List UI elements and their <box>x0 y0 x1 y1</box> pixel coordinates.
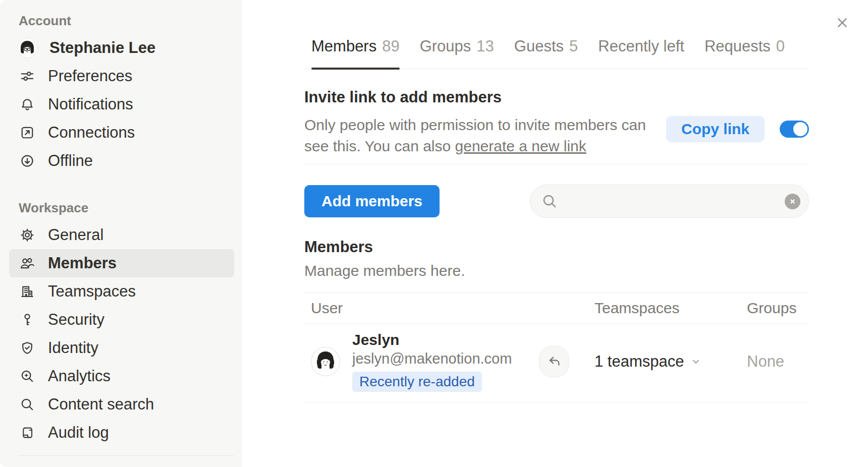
building-icon <box>19 283 36 300</box>
toggle-knob <box>793 122 807 136</box>
tab-label: Groups <box>420 37 471 55</box>
clear-x-icon <box>789 198 796 205</box>
user-avatar <box>17 38 37 58</box>
sidebar-item-identity[interactable]: Identity <box>9 334 234 362</box>
members-heading: Members <box>304 238 809 256</box>
sidebar-item-label: Offline <box>48 152 93 170</box>
members-icon <box>19 255 36 272</box>
sidebar-item-offline[interactable]: Offline <box>9 147 234 175</box>
members-settings-panel: Members 89 Groups 13 Guests 5 Recently l… <box>242 0 868 467</box>
key-icon <box>19 311 36 328</box>
tab-members[interactable]: Members 89 <box>311 37 400 69</box>
invite-link-text: Invite link to add members Only people w… <box>304 88 653 157</box>
undo-icon <box>547 354 562 369</box>
column-header-teamspaces: Teamspaces <box>588 300 740 317</box>
sidebar-item-audit-log[interactable]: Audit log <box>9 419 234 447</box>
invite-link-controls: Copy link <box>666 101 809 157</box>
shield-check-icon <box>19 339 36 357</box>
member-email: jeslyn@makenotion.com <box>352 351 512 367</box>
download-circle-icon <box>19 152 36 169</box>
column-header-groups: Groups <box>740 300 809 317</box>
sidebar-item-label: Connections <box>48 124 135 142</box>
sidebar-item-security[interactable]: Security <box>9 306 234 334</box>
settings-sidebar: Account Stephanie Lee <box>0 0 242 467</box>
sidebar-item-label: Notifications <box>48 95 133 113</box>
generate-new-link[interactable]: generate a new link <box>455 138 586 154</box>
tab-label: Recently left <box>598 37 684 55</box>
chevron-down-icon <box>690 356 701 367</box>
table-row: Jeslyn jeslyn@makenotion.com Recently re… <box>304 324 809 402</box>
sliders-icon <box>19 68 36 85</box>
tab-requests[interactable]: Requests 0 <box>704 37 785 69</box>
groups-value: None <box>740 353 809 371</box>
sidebar-item-label: Preferences <box>48 67 132 85</box>
tab-label: Guests <box>514 37 564 55</box>
add-members-button[interactable]: Add members <box>304 185 440 217</box>
tab-count: 5 <box>569 37 578 55</box>
search-icon <box>541 193 558 209</box>
members-table-header: User Teamspaces Groups <box>304 293 809 324</box>
bell-icon <box>19 96 36 113</box>
sidebar-item-label: Audit log <box>48 424 109 442</box>
members-table: User Teamspaces Groups <box>304 293 809 402</box>
sidebar-item-content-search[interactable]: Content search <box>9 390 234 419</box>
column-header-user: User <box>304 300 588 317</box>
member-info: Jeslyn jeslyn@makenotion.com Recently re… <box>352 331 512 392</box>
tab-count: 13 <box>476 37 494 55</box>
invite-link-title: Invite link to add members <box>304 88 653 106</box>
tab-label: Requests <box>704 37 771 55</box>
sidebar-item-label: Members <box>48 254 117 272</box>
members-content: Members 89 Groups 13 Guests 5 Recently l… <box>304 37 809 402</box>
invite-description-line2: see this. You can also <box>304 138 455 154</box>
invite-link-description: Only people with permission to invite me… <box>304 114 653 157</box>
settings-dialog: Account Stephanie Lee <box>0 0 868 467</box>
sidebar-item-label: General <box>48 226 103 244</box>
tab-label: Members <box>311 37 376 55</box>
user-cell: Jeslyn jeslyn@makenotion.com Recently re… <box>304 331 588 392</box>
close-icon <box>835 16 849 30</box>
member-status-badge: Recently re-added <box>352 372 482 392</box>
sidebar-section-account: Account Stephanie Lee <box>0 13 242 175</box>
sidebar-section-workspace: Workspace General <box>0 200 242 447</box>
sidebar-item-members[interactable]: Members <box>9 249 234 277</box>
sidebar-item-label: Teamspaces <box>48 282 136 301</box>
sidebar-item-preferences[interactable]: Preferences <box>9 62 234 90</box>
search-icon <box>19 396 36 413</box>
section-divider <box>304 164 809 164</box>
sidebar-item-teamspaces[interactable]: Teamspaces <box>9 277 234 306</box>
undo-readd-button[interactable] <box>539 346 569 377</box>
arrow-up-right-square-icon <box>19 124 36 141</box>
sidebar-item-label: Stephanie Lee <box>49 39 155 57</box>
tab-guests[interactable]: Guests 5 <box>514 37 578 69</box>
sidebar-section-label-workspace: Workspace <box>19 200 242 216</box>
invite-link-section: Invite link to add members Only people w… <box>304 88 809 157</box>
member-name: Jeslyn <box>352 331 512 348</box>
invite-link-toggle[interactable] <box>780 121 809 138</box>
sidebar-item-analytics[interactable]: Analytics <box>9 362 234 390</box>
sidebar-section-label-account: Account <box>19 13 242 29</box>
members-subtext: Manage members here. <box>304 262 809 279</box>
scroll-icon <box>19 424 36 441</box>
member-avatar <box>311 347 340 376</box>
tab-count: 0 <box>776 37 785 55</box>
members-tabs: Members 89 Groups 13 Guests 5 Recently l… <box>304 37 809 69</box>
clear-search-button[interactable] <box>785 194 800 209</box>
sidebar-bottom-divider <box>19 455 234 456</box>
tab-groups[interactable]: Groups 13 <box>420 37 494 69</box>
sidebar-item-notifications[interactable]: Notifications <box>9 90 234 119</box>
close-button[interactable] <box>832 12 853 33</box>
tab-recently-left[interactable]: Recently left <box>598 37 684 69</box>
invite-description-line1: Only people with permission to invite me… <box>304 116 646 133</box>
sidebar-item-label: Security <box>48 311 104 329</box>
sidebar-item-general[interactable]: General <box>9 221 234 249</box>
gear-icon <box>19 226 36 244</box>
teamspaces-dropdown[interactable]: 1 teamspace <box>588 353 740 371</box>
member-search-field <box>530 185 809 218</box>
search-input[interactable] <box>565 193 778 210</box>
tab-count: 89 <box>382 37 399 55</box>
members-actions-row: Add members <box>304 185 809 218</box>
sidebar-item-account-user[interactable]: Stephanie Lee <box>9 34 234 62</box>
copy-link-button[interactable]: Copy link <box>666 116 765 142</box>
sidebar-item-connections[interactable]: Connections <box>9 119 234 147</box>
teamspaces-value: 1 teamspace <box>594 353 684 371</box>
